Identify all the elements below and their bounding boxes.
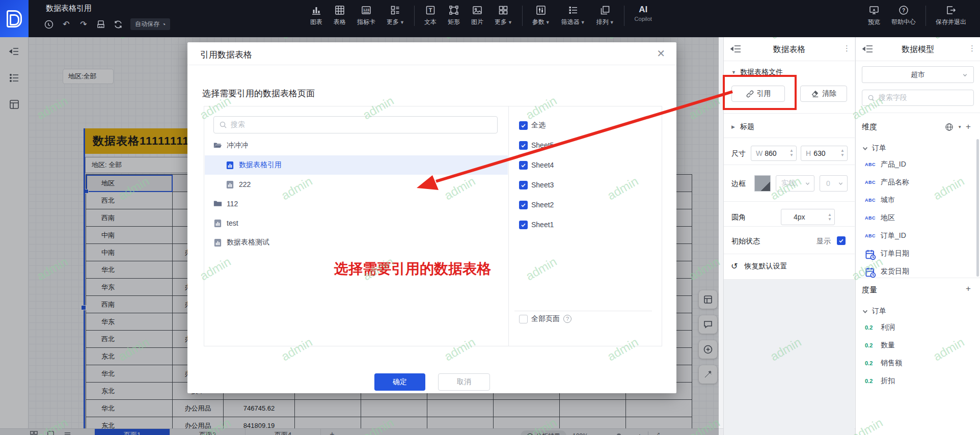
title-row-label: 标题: [740, 122, 754, 131]
add-measure-icon[interactable]: +: [966, 284, 971, 294]
arrange-icon: [600, 5, 611, 16]
tool-rect[interactable]: 矩形: [442, 5, 466, 26]
confirm-button[interactable]: 确定: [374, 373, 425, 391]
topbar: 数据表格引用 ↶ ↷ 自动保存◔ 图表 表格123 指标卡 更多▼T 文本 矩形…: [0, 0, 980, 37]
state-value-label: 显示: [816, 237, 831, 246]
app-logo-icon[interactable]: [0, 0, 29, 37]
clear-button[interactable]: 清除: [800, 86, 847, 102]
stepper-arrows-icon[interactable]: ▲▼: [828, 212, 832, 222]
refresh-icon[interactable]: [113, 19, 123, 30]
clean-icon[interactable]: [96, 19, 106, 30]
stepper-arrows-icon[interactable]: ▲▼: [790, 148, 794, 157]
globe-icon[interactable]: [945, 123, 954, 131]
reset-defaults-button[interactable]: ↺ 恢复默认设置: [731, 261, 787, 271]
sheet-checkbox[interactable]: [519, 181, 528, 189]
chevron-down-icon: [862, 146, 868, 151]
panel-data-table: 数据表格 ⋮ ▼ 数据表格文件 引用 清除 ▶ 标题 尺寸 W860 ▲▼ H6…: [723, 37, 855, 435]
sheet-doc-icon: [213, 238, 222, 247]
tree-item[interactable]: 数据表格测试: [205, 233, 508, 252]
picker-container: 搜索 冲冲冲 数据表格引用 222 112 test 数据表格测试 全选 She…: [204, 106, 662, 346]
num-icon: 0.2: [865, 324, 876, 331]
sheet-checkbox[interactable]: [519, 141, 528, 150]
abc-icon: ABC: [865, 162, 876, 167]
date-icon: [865, 249, 876, 258]
tool-chart[interactable]: 图表: [305, 5, 328, 26]
tool-arrange[interactable]: 排列▼: [591, 5, 620, 26]
dimension-section-label: 维度: [862, 122, 877, 132]
title-caret-icon[interactable]: ▶: [731, 124, 735, 129]
exit-icon: [945, 5, 957, 16]
rect-icon: [448, 5, 459, 16]
sheet-checkbox[interactable]: [519, 161, 528, 170]
sheet-checkbox[interactable]: [519, 201, 528, 209]
field-item[interactable]: 0.2销售额: [858, 354, 973, 372]
field-item[interactable]: 0.2数量: [858, 336, 973, 354]
add-dimension-icon[interactable]: +: [966, 122, 971, 132]
reference-button[interactable]: 引用: [731, 86, 785, 102]
document-title: 数据表格引用: [46, 4, 92, 13]
border-style-select[interactable]: 实线: [776, 175, 814, 192]
dialog-title: 引用数据表格: [200, 49, 252, 61]
tool-kpi-card[interactable]: 123 指标卡: [351, 5, 381, 26]
close-icon[interactable]: ✕: [657, 47, 665, 60]
tool-filter[interactable]: 筛选器▼: [556, 5, 591, 26]
tool-text[interactable]: T 文本: [419, 5, 442, 26]
tool-params[interactable]: 参数▼: [527, 5, 556, 26]
sheet-check-row: Sheet5: [519, 137, 554, 154]
topbar-help-button[interactable]: ? 帮助中心: [886, 5, 921, 26]
panel-more-icon[interactable]: ⋮: [843, 44, 851, 53]
section-caret-icon[interactable]: ▼: [731, 70, 736, 75]
autosave-badge: 自动保存◔: [130, 18, 170, 30]
height-stepper[interactable]: H630 ▲▼: [801, 146, 848, 161]
history-icon[interactable]: [44, 19, 54, 30]
dataset-select[interactable]: 超市: [862, 66, 974, 83]
stepper-arrows-icon[interactable]: ▲▼: [840, 148, 845, 157]
panel-scrollbar[interactable]: [976, 139, 979, 277]
toolbar-insert-groups: 图表 表格123 指标卡 更多▼T 文本 矩形 图片 更多▼ 参数▼ 筛选器▼ …: [305, 5, 658, 27]
field-item[interactable]: 订单日期: [858, 244, 973, 262]
undo-icon[interactable]: ↶: [61, 19, 71, 30]
tool-table[interactable]: 表格: [328, 5, 351, 26]
search-icon: [219, 121, 227, 129]
border-color-swatch[interactable]: [754, 175, 771, 192]
measure-group-row[interactable]: 订单: [862, 307, 886, 316]
field-item[interactable]: 0.2折扣: [858, 372, 973, 390]
field-item[interactable]: ABC城市: [858, 191, 973, 209]
sheet-checkbox[interactable]: [519, 221, 528, 229]
tree-search-input[interactable]: 搜索: [213, 116, 498, 133]
panel-more-icon[interactable]: ⋮: [968, 44, 976, 53]
sheet-checkbox[interactable]: [519, 121, 528, 130]
tool-image[interactable]: 图片: [466, 5, 489, 26]
help-question-icon[interactable]: ?: [563, 315, 571, 323]
tool-more2-grid[interactable]: 更多▼: [489, 5, 518, 26]
ai-copilot-button[interactable]: AICopilot: [629, 5, 658, 22]
globe-caret-icon[interactable]: ▼: [958, 125, 962, 129]
tree-item[interactable]: 222: [205, 175, 508, 194]
dimension-group-row[interactable]: 订单: [862, 144, 886, 153]
state-checkbox[interactable]: [837, 236, 846, 245]
tool-more-grid[interactable]: 更多▼: [381, 5, 410, 26]
tree-item[interactable]: 冲冲冲: [205, 136, 508, 155]
tree-item[interactable]: 112: [205, 194, 508, 213]
topbar-preview-button[interactable]: 预览: [862, 5, 886, 26]
border-width-select[interactable]: 0: [820, 175, 848, 192]
tree-item[interactable]: 数据表格引用: [205, 155, 508, 175]
field-item[interactable]: 0.2利润: [858, 318, 973, 336]
field-item[interactable]: ABC订单_ID: [858, 227, 973, 244]
sheet-check-row: Sheet4: [519, 156, 554, 174]
field-search-input[interactable]: 搜索字段: [862, 90, 974, 106]
field-item[interactable]: ABC产品名称: [858, 173, 973, 191]
topbar-exit-button[interactable]: 保存并退出: [930, 5, 972, 26]
width-stepper[interactable]: W860 ▲▼: [751, 146, 797, 161]
field-item[interactable]: ABC产品_ID: [858, 155, 973, 173]
folder-open-icon: [213, 142, 222, 150]
field-item[interactable]: ABC地区: [858, 209, 973, 227]
tree-item[interactable]: test: [205, 213, 508, 233]
all-pages-checkbox[interactable]: [519, 315, 528, 323]
dialog-subtitle: 选择需要引用的数据表格页面: [202, 88, 315, 99]
radius-stepper[interactable]: 4px ▲▼: [781, 209, 835, 225]
sheet-check-row: Sheet1: [519, 216, 554, 233]
cancel-button[interactable]: 取消: [438, 373, 490, 391]
preview-icon: [868, 5, 880, 16]
redo-icon[interactable]: ↷: [78, 19, 89, 30]
